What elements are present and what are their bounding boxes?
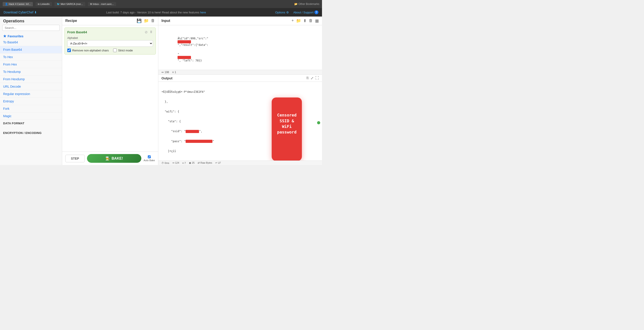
output-section: Output ⎘ ⤢ ⛶ •ß}öÊÜ5sôçq6•·P²ému«Z3E2F4"… — [158, 75, 322, 165]
recipe-checkboxes: Remove non-alphabet chars Strict mode — [67, 48, 153, 52]
remove-non-alphabet-checkbox-label[interactable]: Remove non-alphabet chars — [67, 48, 109, 52]
input-title: Input — [162, 19, 290, 23]
browser-tab-1[interactable]: 👤 Hack 4 Career. Inf... — [3, 2, 33, 6]
sidebar-item-to-hexdump[interactable]: To Hexdump — [0, 68, 62, 76]
question-icon: ? — [314, 10, 318, 14]
sidebar-item-from-hex[interactable]: From Hex — [0, 61, 62, 68]
input-statusbar: ⇔ 198 ≡ 1 — [158, 70, 322, 75]
clear-recipe-icon[interactable]: 🗑 — [151, 18, 155, 23]
input-header: Input + 📁 ⬆ 🗑 ▦ — [158, 16, 322, 25]
app-topbar: Download CyberChef ⬇ Last build: 7 days … — [0, 8, 322, 16]
browser-tab-2[interactable]: in LinkedIn — [36, 2, 52, 6]
browser-bar: 👤 Hack 4 Career. Inf... in LinkedIn 🐦 Me… — [0, 0, 322, 8]
copy-output-icon[interactable]: ⎘ — [306, 76, 309, 80]
alphabet-label: Alphabet — [67, 36, 153, 40]
sidebar-item-from-base64[interactable]: From Base64 — [0, 46, 62, 54]
sidebar-item-fork[interactable]: Fork — [0, 105, 62, 112]
recipe-card-icons: ⊘ ⏸ — [145, 30, 153, 34]
about-support-link[interactable]: About / Support ? — [294, 10, 318, 14]
alphabet-select[interactable]: A-Za-z0-9+/= — [67, 40, 153, 47]
recipe-card-title: From Base64 — [67, 30, 145, 34]
star-icon: ★ — [3, 34, 6, 38]
svg-line-0 — [278, 159, 281, 160]
new-input-icon[interactable]: + — [291, 18, 294, 23]
input-content: Â½{"id":999,"src":" ","result":{"data": … — [162, 34, 319, 65]
input-header-icons: + 📁 ⬆ 🗑 ▦ — [291, 18, 319, 23]
recipe-title: Recipe — [65, 19, 135, 23]
sidebar-section-data-format: Data format — [0, 120, 62, 126]
recipe-card-from-base64: From Base64 ⊘ ⏸ Alphabet A-Za-z0-9+/= — [64, 28, 156, 54]
disable-operation-icon[interactable]: ⊘ — [145, 30, 148, 34]
browser-tab-3[interactable]: 🐦 Mert SARICA (mer... — [54, 2, 85, 6]
input-length-stat: ⇔ 198 — [162, 71, 169, 74]
pause-operation-icon[interactable]: ⏸ — [149, 30, 153, 34]
sidebar-item-from-hexdump[interactable]: From Hexdump — [0, 76, 62, 83]
input-section: Input + 📁 ⬆ 🗑 ▦ Â½{"id":999,"src":" ","r… — [158, 16, 322, 75]
build-notice-link[interactable]: here — [200, 11, 206, 14]
delete-input-icon[interactable]: 🗑 — [309, 18, 313, 23]
output-ssid-censored — [186, 130, 199, 133]
main-layout: Operations ★ Favourites To Base64 From B… — [0, 16, 322, 165]
strict-mode-checkbox[interactable] — [113, 48, 117, 52]
sidebar-search-container — [0, 25, 62, 33]
annotation-arrow — [276, 159, 294, 160]
auto-bake-container: Auto Bake — [144, 156, 155, 162]
recipe-header-icons: 💾 📁 🗑 — [137, 18, 155, 23]
fullscreen-output-icon[interactable]: ⛶ — [315, 76, 319, 80]
open-file-icon[interactable]: 📁 — [296, 18, 301, 23]
recipe-card-header: From Base64 ⊘ ⏸ — [67, 30, 153, 34]
input-content-area[interactable]: Â½{"id":999,"src":" ","result":{"data": … — [158, 25, 322, 70]
expand-output-icon[interactable]: ⤢ — [310, 76, 314, 80]
sidebar-item-entropy[interactable]: Entropy — [0, 98, 62, 105]
output-header: Output ⎘ ⤢ ⛶ — [158, 75, 322, 82]
output-selection-stat: ◉ 25 — [189, 162, 194, 164]
tabs-input-icon[interactable]: ▦ — [315, 18, 319, 23]
gear-icon: ⚙ — [286, 11, 289, 14]
upload-input-icon[interactable]: ⬆ — [303, 18, 306, 23]
io-panel: Input + 📁 ⬆ 🗑 ▦ Â½{"id":999,"src":" ","r… — [158, 16, 322, 165]
sidebar-header: Operations — [0, 16, 62, 25]
browser-tab-4[interactable]: M Inbox - mert.saric... — [88, 2, 116, 6]
output-time-stat: ⏱ 0ms — [162, 162, 169, 164]
recipe-header: Recipe 💾 📁 🗑 — [62, 16, 158, 25]
remove-non-alphabet-checkbox[interactable] — [67, 48, 71, 52]
sidebar-section-encryption: Encryption / Encoding — [0, 130, 62, 136]
recipe-panel: Recipe 💾 📁 🗑 From Base64 ⊘ ⏸ Alphabet — [62, 16, 158, 165]
output-header-icons: ⎘ ⤢ ⛶ — [306, 76, 319, 80]
output-lines-stat: ≡ 7 — [182, 162, 186, 164]
download-cyberchef-link[interactable]: Download CyberChef ⬇ — [4, 10, 37, 14]
search-input[interactable] — [2, 25, 60, 31]
output-statusbar: ⏱ 0ms ⇔ 124 ≡ 7 ◉ 25 ⇄ Raw Bytes ↵ LF — [158, 160, 322, 165]
sidebar-item-to-base64[interactable]: To Base64 — [0, 39, 62, 46]
save-recipe-icon[interactable]: 💾 — [137, 18, 142, 23]
annotation-bubble: Censored SSID & WiFi password — [272, 98, 302, 160]
input-censored-1 — [178, 40, 191, 43]
output-pass-censored — [186, 140, 212, 143]
build-notice: Last build: 7 days ago - Version 10 is h… — [41, 11, 271, 14]
step-button[interactable]: STEP — [65, 155, 85, 162]
recipe-alphabet-field: Alphabet A-Za-z0-9+/= — [67, 36, 153, 47]
output-format-stat: ⇄ Raw Bytes — [198, 162, 212, 164]
input-lines-stat: ≡ 1 — [172, 71, 176, 74]
input-censored-2 — [178, 56, 191, 59]
sidebar-item-regex[interactable]: Regular expression — [0, 90, 62, 98]
load-recipe-icon[interactable]: 📁 — [144, 18, 149, 23]
browser-bookmarks: 📂 Other Bookmarks — [294, 2, 319, 6]
output-content[interactable]: •ß}öÊÜ5sôçq6•·P²ému«Z3E2F4" }, "wifi": {… — [158, 82, 322, 160]
sidebar-item-url-decode[interactable]: URL Decode — [0, 83, 62, 90]
remove-non-alphabet-label: Remove non-alphabet chars — [72, 49, 109, 52]
sidebar-section-favourites: ★ Favourites — [0, 33, 62, 39]
bake-button[interactable]: 👨‍🍳 BAKE! — [87, 154, 142, 163]
auto-bake-checkbox[interactable] — [148, 156, 151, 158]
output-newline-stat: ↵ LF — [215, 162, 221, 164]
bake-label: BAKE! — [112, 156, 123, 160]
sidebar-item-to-hex[interactable]: To Hex — [0, 54, 62, 61]
download-icon: ⬇ — [34, 10, 37, 14]
options-link[interactable]: Options ⚙ — [275, 11, 289, 14]
download-label: Download CyberChef — [4, 10, 33, 14]
strict-mode-checkbox-label[interactable]: Strict mode — [113, 48, 133, 52]
strict-mode-label: Strict mode — [118, 49, 133, 52]
sidebar-item-magic[interactable]: Magic — [0, 112, 62, 120]
output-length-stat: ⇔ 124 — [172, 162, 179, 164]
sidebar-items-list: To Base64 From Base64 To Hex From Hex To… — [0, 39, 62, 165]
